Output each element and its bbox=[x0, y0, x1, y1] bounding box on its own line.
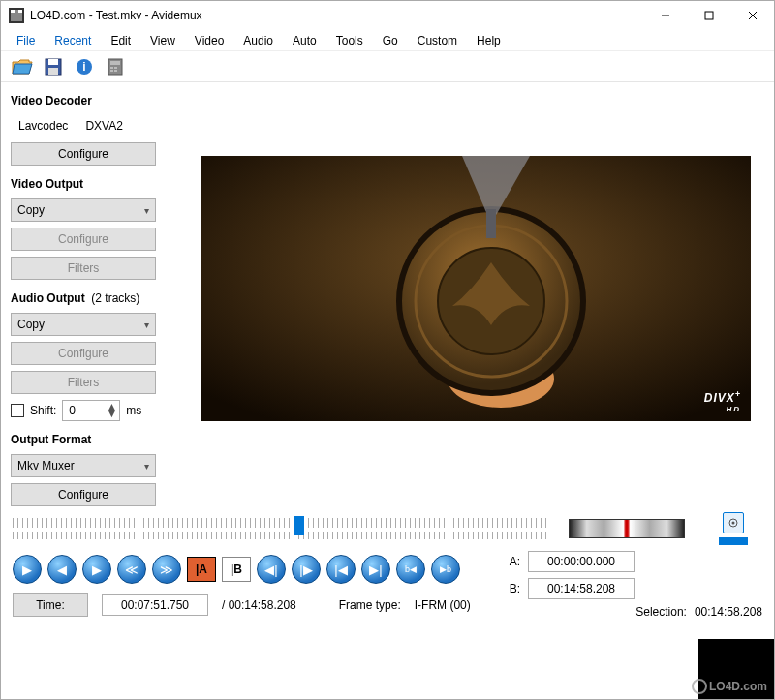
output-format-value: Mkv Muxer bbox=[17, 459, 75, 472]
preview-area: DIVX+HD bbox=[195, 88, 764, 506]
menu-tools[interactable]: Tools bbox=[326, 32, 373, 49]
minimize-button[interactable] bbox=[643, 1, 687, 30]
video-output-title: Video Output bbox=[11, 177, 195, 191]
menu-recent[interactable]: Recent bbox=[45, 32, 101, 49]
maximize-button[interactable] bbox=[687, 1, 730, 30]
menu-audio[interactable]: Audio bbox=[233, 32, 283, 49]
next-frame-button[interactable]: ▶ bbox=[82, 555, 111, 584]
frame-type-label: Frame type: bbox=[339, 598, 401, 612]
menu-go[interactable]: Go bbox=[373, 32, 408, 49]
svg-rect-16 bbox=[114, 67, 117, 69]
menu-help[interactable]: Help bbox=[467, 32, 511, 49]
selection-value: 00:14:58.208 bbox=[695, 605, 762, 619]
audio-tracks-count: (2 tracks) bbox=[91, 291, 140, 305]
watermark: LO4D.com bbox=[692, 677, 767, 694]
menubar: File Recent Edit View Video Audio Auto T… bbox=[1, 30, 774, 51]
mark-b-label: B: bbox=[507, 582, 520, 595]
decoder-accel: DXVA2 bbox=[85, 119, 122, 133]
menu-view[interactable]: View bbox=[140, 32, 185, 49]
volume-bar[interactable] bbox=[719, 537, 748, 545]
volume-button[interactable] bbox=[723, 512, 744, 533]
mark-a-label: A: bbox=[507, 555, 520, 568]
svg-rect-3 bbox=[18, 10, 22, 13]
prev-frame-button[interactable]: ◀ bbox=[47, 555, 77, 584]
output-format-select[interactable]: Mkv Muxer▾ bbox=[11, 454, 156, 477]
total-time: / 00:14:58.208 bbox=[222, 598, 296, 612]
audio-output-configure-button[interactable]: Configure bbox=[11, 342, 156, 365]
next-black-button[interactable]: ▶b bbox=[431, 555, 460, 584]
video-output-select[interactable]: Copy▾ bbox=[11, 198, 156, 222]
window-title: LO4D.com - Test.mkv - Avidemux bbox=[30, 9, 643, 22]
prev-black-button[interactable]: b◀ bbox=[396, 555, 425, 584]
next-cut-button[interactable]: ▶| bbox=[361, 555, 390, 584]
open-file-icon[interactable] bbox=[9, 54, 36, 79]
timeline-scrubber[interactable] bbox=[13, 516, 549, 541]
mark-b-value[interactable]: 00:14:58.208 bbox=[528, 578, 635, 599]
svg-rect-14 bbox=[110, 61, 120, 65]
shift-spinner[interactable]: 0▲▼ bbox=[62, 400, 120, 421]
audio-output-value: Copy bbox=[17, 318, 45, 331]
menu-edit[interactable]: Edit bbox=[101, 32, 140, 49]
svg-rect-9 bbox=[48, 59, 58, 65]
left-panel: Video Decoder Lavcodec DXVA2 Configure V… bbox=[11, 88, 195, 506]
svg-rect-5 bbox=[705, 12, 713, 19]
prev-cut-button[interactable]: |◀ bbox=[326, 555, 356, 584]
shift-value: 0 bbox=[69, 404, 76, 417]
playhead[interactable] bbox=[294, 516, 304, 535]
chevron-down-icon: ▾ bbox=[144, 205, 149, 216]
audio-output-select[interactable]: Copy▾ bbox=[11, 313, 156, 336]
prev-keyframe-button[interactable]: ◀| bbox=[257, 555, 286, 584]
chevron-down-icon: ▾ bbox=[144, 461, 149, 472]
output-format-configure-button[interactable]: Configure bbox=[11, 483, 156, 506]
video-output-value: Copy bbox=[17, 203, 45, 217]
video-frame: DIVX+HD bbox=[201, 156, 751, 421]
svg-rect-15 bbox=[110, 67, 113, 69]
video-still bbox=[201, 156, 751, 421]
shift-label: Shift: bbox=[30, 404, 56, 417]
mark-a-value[interactable]: 00:00:00.000 bbox=[528, 551, 635, 572]
save-icon[interactable] bbox=[40, 54, 67, 79]
selection-label: Selection: bbox=[636, 605, 687, 619]
video-decoder-title: Video Decoder bbox=[11, 94, 195, 107]
video-output-filters-button[interactable]: Filters bbox=[11, 257, 156, 280]
chevron-down-icon: ▾ bbox=[144, 320, 149, 330]
svg-rect-18 bbox=[114, 70, 117, 72]
shift-unit: ms bbox=[126, 404, 141, 417]
play-button[interactable]: ▶ bbox=[13, 555, 42, 584]
rewind-button[interactable]: ≪ bbox=[117, 555, 146, 584]
next-keyframe-button[interactable]: |▶ bbox=[292, 555, 321, 584]
menu-auto[interactable]: Auto bbox=[283, 32, 326, 49]
frame-type-value: I-FRM (00) bbox=[415, 598, 471, 612]
fast-forward-button[interactable]: ≫ bbox=[152, 555, 181, 584]
titlebar: LO4D.com - Test.mkv - Avidemux bbox=[1, 1, 774, 30]
time-value-input[interactable]: 00:07:51.750 bbox=[102, 594, 208, 616]
app-icon bbox=[9, 8, 24, 23]
svg-rect-17 bbox=[110, 70, 113, 72]
time-button[interactable]: Time: bbox=[13, 593, 88, 617]
svg-text:i: i bbox=[82, 60, 85, 74]
divx-logo: DIVX+HD bbox=[704, 389, 741, 413]
svg-rect-2 bbox=[11, 10, 15, 13]
toolbar: i bbox=[1, 51, 774, 82]
set-mark-a-button[interactable]: |A bbox=[187, 557, 216, 582]
set-mark-b-button[interactable]: |B bbox=[222, 557, 251, 582]
audio-output-filters-button[interactable]: Filters bbox=[11, 371, 156, 394]
svg-rect-24 bbox=[486, 209, 496, 238]
decoder-codec: Lavcodec bbox=[18, 119, 68, 133]
info-icon[interactable]: i bbox=[71, 54, 98, 79]
calculator-icon[interactable] bbox=[102, 54, 129, 79]
shift-checkbox[interactable] bbox=[11, 404, 24, 417]
output-format-title: Output Format bbox=[11, 433, 195, 446]
video-output-configure-button[interactable]: Configure bbox=[11, 228, 156, 251]
transport-controls: ▶ ◀ ▶ ≪ ≫ |A |B ◀| |▶ |◀ ▶| b◀ ▶b bbox=[13, 555, 478, 584]
svg-rect-10 bbox=[48, 68, 58, 75]
menu-custom[interactable]: Custom bbox=[408, 32, 467, 49]
decoder-configure-button[interactable]: Configure bbox=[11, 142, 156, 166]
jog-wheel[interactable] bbox=[569, 519, 685, 538]
svg-point-26 bbox=[732, 522, 735, 525]
audio-output-title: Audio Output (2 tracks) bbox=[11, 291, 195, 305]
close-button[interactable] bbox=[730, 1, 774, 30]
menu-video[interactable]: Video bbox=[185, 32, 233, 49]
menu-file[interactable]: File bbox=[7, 32, 45, 49]
